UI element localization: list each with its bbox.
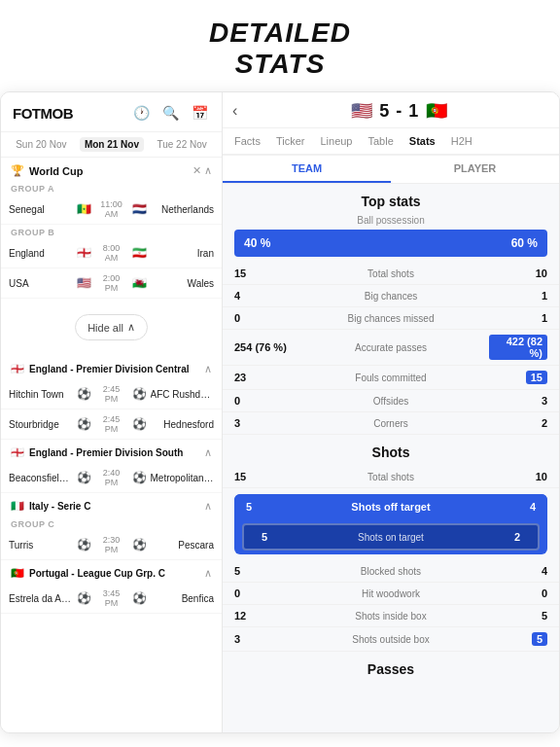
nav-h2h[interactable]: H2H [443,128,480,156]
stat-label: Corners [293,418,489,429]
stat-big-chances: 4 Big chances 1 [223,285,559,307]
tab-player[interactable]: PLAYER [391,156,559,183]
away-badge: ⚽ [132,417,147,431]
right-nav: Facts Ticker Lineup Table Stats H2H [223,128,559,156]
eng-central-collapse[interactable]: ∧ [204,363,212,375]
stat-offsides: 0 Offsides 3 [223,390,559,412]
shots-off-home: 5 [246,501,252,513]
home-flag: 🇺🇸 [351,100,372,122]
stat-home-val: 3 [234,417,293,429]
shots-total-away: 10 [489,471,547,482]
chevron-up-icon: ∧ [127,321,135,334]
match-time: 11:00AM [95,199,128,219]
stat-home-val: 15 [234,267,293,279]
match-row[interactable]: Senegal 🇸🇳 11:00AM 🇳🇱 Netherlands [1,195,222,225]
search-icon[interactable]: 🔍 [159,102,181,124]
page-title: DETAILED STATS [0,18,560,80]
stat-big-chances-missed: 0 Big chances missed 1 [223,307,559,330]
date-mon[interactable]: Mon 21 Nov [80,137,144,152]
italy-collapse[interactable]: ∧ [204,500,212,513]
home-badge: ⚽ [77,538,91,551]
main-container: FOTMOB 🕐 🔍 📅 Sun 20 Nov Mon 21 Nov Tue 2… [0,91,560,733]
nav-facts[interactable]: Facts [227,128,268,156]
eng-south-collapse[interactable]: ∧ [204,446,212,459]
stat-away-val: 15 [489,371,547,384]
away-flag: 🇮🇷 [132,246,147,260]
match-row[interactable]: Beaconsfield Town ⚽ 2:40PM ⚽ Metropolita… [1,463,222,493]
match-row[interactable]: England 🏴󠁧󠁢󠁥󠁮󠁧󠁿 8:00AM 🇮🇷 Iran [1,238,222,268]
stat-home-val: 0 [234,587,293,599]
stat-away-val: 5 [489,632,547,646]
stat-home-val: 23 [234,372,293,383]
stat-label: Fouls committed [293,373,489,383]
stat-away-val: 5 [489,610,547,622]
stat-away-val: 2 [489,417,547,429]
date-sun[interactable]: Sun 20 Nov [11,137,71,152]
nav-stats[interactable]: Stats [402,128,443,156]
match-row[interactable]: USA 🇺🇸 2:00PM 🏴󠁧󠁢󠁷󠁬󠁳󠁿 Wales [1,268,222,299]
stat-fouls: 23 Fouls committed 15 [223,366,559,390]
group-b-label: GROUP B [1,225,222,238]
match-row[interactable]: Hitchin Town ⚽ 2:45PM ⚽ AFC Rushden & Di… [1,379,222,409]
portugal-collapse[interactable]: ∧ [204,567,212,580]
portugal-header: 🇵🇹 Portugal - League Cup Grp. C ∧ [1,560,222,584]
match-time: 2:30PM [95,535,128,554]
eng-flag-icon2: 🏴󠁧󠁢󠁥󠁮󠁧󠁿 [11,446,24,459]
match-row[interactable]: Stourbridge ⚽ 2:45PM ⚽ Hednesford [1,409,222,440]
stat-home-val: 0 [234,395,293,407]
away-flag: 🇳🇱 [132,202,147,216]
match-row[interactable]: Turris ⚽ 2:30PM ⚽ Pescara [1,530,222,560]
portugal-flag-icon: 🇵🇹 [11,567,24,580]
shots-on-away: 2 [514,531,520,543]
shots-on-label: Shots on target [267,532,514,543]
home-team: Stourbridge [9,419,73,430]
tab-team[interactable]: TEAM [223,156,391,183]
home-badge: ⚽ [77,591,91,605]
possession-label: Ball possession [234,215,547,230]
stat-away-val: 1 [489,290,547,302]
nav-lineup[interactable]: Lineup [312,128,360,156]
home-team: Beaconsfield Town [9,473,73,483]
stat-away-val: 0 [489,587,547,599]
clock-icon[interactable]: 🕐 [130,102,152,124]
home-team: England [9,248,73,259]
nav-ticker[interactable]: Ticker [268,128,313,156]
away-badge: ⚽ [132,591,147,605]
hide-all-button[interactable]: Hide all ∧ [75,314,148,340]
stat-corners: 3 Corners 2 [223,412,559,435]
away-team: Pescara [151,540,215,551]
italy-flag-icon: 🇮🇹 [11,500,24,513]
world-cup-header: 🏆 World Cup ✕ ∧ [1,158,222,181]
stat-away-val: 10 [489,267,547,279]
world-cup-icon: 🏆 [11,164,24,177]
stat-label: Shots inside box [293,611,489,622]
stat-shots-inside-box: 12 Shots inside box 5 [223,605,559,627]
stat-home-val: 4 [234,290,293,302]
stat-label: Shots outside box [293,634,489,645]
back-button[interactable]: ‹ [232,102,237,120]
calendar-icon[interactable]: 📅 [189,102,210,124]
group-c-label: GROUP C [1,516,222,530]
passes-title: Passes [223,652,559,683]
shots-off-label: Shots off target [351,501,430,513]
stat-label: Blocked shots [293,566,489,577]
possession-away: 60 % [360,230,547,257]
world-cup-collapse[interactable]: ✕ ∧ [192,164,212,177]
match-row[interactable]: Estrela da Amadora ⚽ 3:45PM ⚽ Benfica [1,584,222,614]
possession-home: 40 % [234,230,360,257]
nav-table[interactable]: Table [361,128,402,156]
home-team: Turris [9,540,73,551]
left-panel: FOTMOB 🕐 🔍 📅 Sun 20 Nov Mon 21 Nov Tue 2… [1,92,223,732]
stat-label: Offsides [293,396,489,407]
italy-header: 🇮🇹 Italy - Serie C ∧ [1,493,222,516]
fotmob-logo: FOTMOB [13,105,73,122]
stat-away-val: 3 [489,395,547,407]
away-team: Benfica [151,593,215,604]
eng-south-title: 🏴󠁧󠁢󠁥󠁮󠁧󠁿 England - Premier Division South [11,446,183,459]
date-tue[interactable]: Tue 22 Nov [152,137,211,152]
top-stats-title: Top stats [223,184,559,215]
match-time: 2:40PM [95,468,128,487]
possession-bar: 40 % 60 % [234,230,547,257]
shots-on-bar: 5 Shots on target 2 [242,523,540,551]
home-badge: ⚽ [77,387,91,401]
